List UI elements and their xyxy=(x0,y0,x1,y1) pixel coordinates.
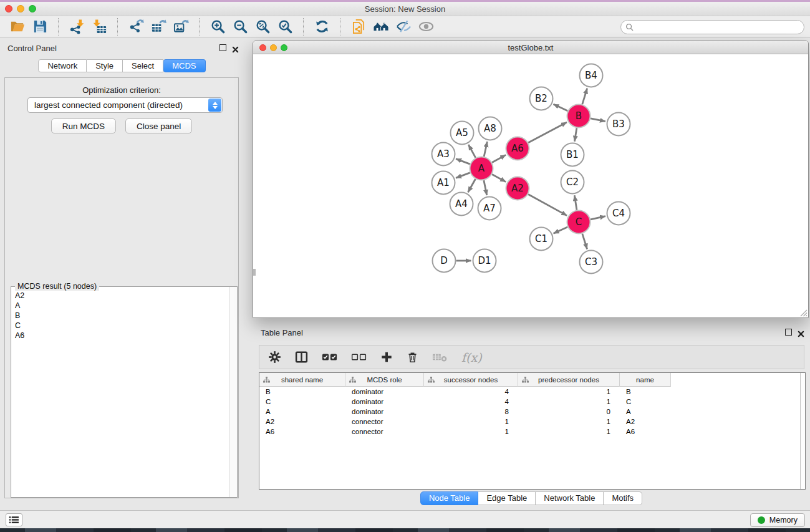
tab-edge-table[interactable]: Edge Table xyxy=(478,491,536,505)
graph-node-A5[interactable]: A5 xyxy=(451,122,474,145)
hide-selected-button[interactable] xyxy=(392,18,415,36)
cell-predecessor-nodes[interactable]: 1 xyxy=(518,397,620,407)
close-panel-button[interactable]: Close panel xyxy=(125,118,192,133)
graph-edge-A2-C[interactable] xyxy=(528,194,567,215)
import-network-button[interactable] xyxy=(65,18,88,36)
open-file-button[interactable] xyxy=(6,18,29,36)
graph-node-A6[interactable]: A6 xyxy=(506,137,529,160)
mcds-result-item[interactable]: A2 xyxy=(15,291,228,301)
cell-name[interactable]: C xyxy=(620,397,671,407)
graph-edge-A6-B[interactable] xyxy=(528,122,567,143)
graph-edge-B-B4[interactable] xyxy=(582,89,587,105)
memory-button[interactable]: Memory xyxy=(750,513,805,527)
home-button[interactable] xyxy=(370,18,392,36)
graph-node-C[interactable]: C xyxy=(567,211,591,234)
cell-successor-nodes[interactable]: 1 xyxy=(424,417,518,427)
graph-node-D1[interactable]: D1 xyxy=(473,249,496,273)
graph-node-B2[interactable]: B2 xyxy=(530,87,553,110)
table-row[interactable]: A6connector11A6 xyxy=(259,427,805,437)
cell-shared-name[interactable]: A2 xyxy=(259,417,345,427)
search-box[interactable] xyxy=(620,20,804,34)
graph-edge-A-A4[interactable] xyxy=(468,179,476,192)
cell-shared-name[interactable]: A xyxy=(259,407,345,417)
graph-node-B1[interactable]: B1 xyxy=(561,143,584,167)
graph-node-A2[interactable]: A2 xyxy=(506,177,529,200)
graph-edge-A-A6[interactable] xyxy=(492,155,506,162)
graph-node-D[interactable]: D xyxy=(433,249,456,273)
table-row[interactable]: A2connector11A2 xyxy=(259,417,805,427)
select-all-button[interactable] xyxy=(322,350,337,365)
graph-edge-A-A7[interactable] xyxy=(484,180,487,195)
tab-network-table[interactable]: Network Table xyxy=(536,491,604,505)
graph-node-B3[interactable]: B3 xyxy=(607,113,630,136)
cell-successor-nodes[interactable]: 4 xyxy=(424,397,518,407)
mcds-result-item[interactable]: A6 xyxy=(15,331,228,341)
graph-node-A3[interactable]: A3 xyxy=(432,143,455,166)
float-table-panel-icon[interactable] xyxy=(785,329,792,336)
cell-MCDS-role[interactable]: connector xyxy=(345,427,424,437)
graph-edge-C-C3[interactable] xyxy=(582,234,587,249)
tab-node-table[interactable]: Node Table xyxy=(420,491,479,505)
mcds-result-item[interactable]: B xyxy=(15,311,228,321)
zoom-in-button[interactable] xyxy=(206,18,229,36)
graph-edge-C-C1[interactable] xyxy=(554,227,568,233)
graph-edge-B-B1[interactable] xyxy=(574,128,576,142)
export-table-button[interactable] xyxy=(147,18,170,36)
graph-node-C1[interactable]: C1 xyxy=(530,228,553,251)
graph-edge-C-C4[interactable] xyxy=(591,216,605,220)
table-row[interactable]: Adominator80A xyxy=(259,407,805,417)
show-all-button[interactable] xyxy=(415,18,437,36)
column-header-name[interactable]: name xyxy=(620,373,671,387)
column-header-MCDS-role[interactable]: MCDS role xyxy=(345,373,424,387)
table-row[interactable]: Bdominator41B xyxy=(259,387,805,397)
graph-edge-A-A8[interactable] xyxy=(484,142,487,157)
cell-shared-name[interactable]: C xyxy=(259,397,345,407)
graph-node-A4[interactable]: A4 xyxy=(450,193,473,216)
deselect-all-button[interactable] xyxy=(351,350,367,365)
refresh-button[interactable] xyxy=(311,18,333,36)
cell-MCDS-role[interactable]: dominator xyxy=(345,407,424,417)
graph-node-C3[interactable]: C3 xyxy=(580,251,603,274)
cell-MCDS-role[interactable]: dominator xyxy=(345,397,424,407)
zoom-fit-button[interactable] xyxy=(251,18,274,36)
save-session-button[interactable] xyxy=(29,18,51,36)
cell-predecessor-nodes[interactable]: 1 xyxy=(518,417,620,427)
graph-edge-A-A5[interactable] xyxy=(468,145,475,158)
network-canvas[interactable]: B4B2BB3A8A5A6A3B1AA1C2A2A4A7C4CC1C3DD1 xyxy=(253,54,808,317)
graph-edge-B-B2[interactable] xyxy=(553,104,567,111)
graph-edge-A-A3[interactable] xyxy=(456,159,470,165)
cell-MCDS-role[interactable]: dominator xyxy=(345,387,424,397)
add-button[interactable] xyxy=(380,350,393,365)
mcds-result-scrollbar[interactable] xyxy=(229,287,237,497)
cell-name[interactable]: B xyxy=(620,387,671,397)
cell-name[interactable]: A xyxy=(620,407,671,417)
settings-button[interactable] xyxy=(268,350,281,365)
mcds-result-item[interactable]: A xyxy=(15,301,228,311)
show-column-button[interactable] xyxy=(295,350,308,365)
new-session-network-button[interactable] xyxy=(347,18,370,36)
network-window-titlebar[interactable]: testGlobe.txt xyxy=(253,41,808,54)
graph-edge-C-C2[interactable] xyxy=(574,195,577,210)
column-header-successor-nodes[interactable]: successor nodes xyxy=(424,373,518,387)
table-scrollbar[interactable] xyxy=(800,373,805,489)
graph-node-C4[interactable]: C4 xyxy=(607,202,630,225)
tab-select[interactable]: Select xyxy=(123,59,163,72)
graph-node-C2[interactable]: C2 xyxy=(561,171,584,194)
export-network-button[interactable] xyxy=(125,18,147,36)
close-table-panel-icon[interactable] xyxy=(798,329,804,340)
cell-MCDS-role[interactable]: connector xyxy=(345,417,424,427)
float-panel-icon[interactable] xyxy=(219,44,226,51)
network-graph[interactable]: B4B2BB3A8A5A6A3B1AA1C2A2A4A7C4CC1C3DD1 xyxy=(253,54,808,317)
graph-node-A8[interactable]: A8 xyxy=(479,117,502,140)
cell-predecessor-nodes[interactable]: 1 xyxy=(518,387,620,397)
cell-name[interactable]: A2 xyxy=(620,417,671,427)
run-mcds-button[interactable]: Run MCDS xyxy=(51,118,116,133)
delete-button[interactable] xyxy=(407,350,418,365)
cell-successor-nodes[interactable]: 8 xyxy=(424,407,518,417)
search-input[interactable] xyxy=(634,23,804,32)
graph-edge-A-A2[interactable] xyxy=(492,174,506,181)
resize-grip-icon[interactable] xyxy=(799,308,808,317)
cell-successor-nodes[interactable]: 4 xyxy=(424,387,518,397)
column-header-shared-name[interactable]: shared name xyxy=(259,373,345,387)
zoom-selected-button[interactable] xyxy=(274,18,296,36)
